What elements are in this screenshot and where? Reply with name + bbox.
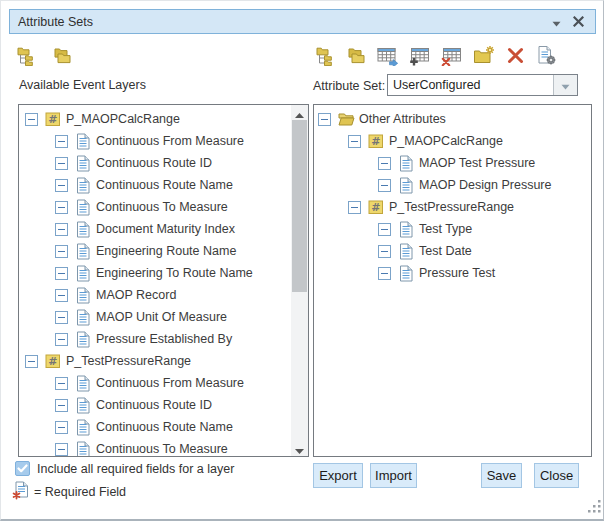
field-icon — [397, 155, 415, 172]
collapse-expander[interactable] — [55, 201, 68, 214]
vertical-scrollbar[interactable] — [291, 105, 308, 456]
collapse-all-layers-button[interactable] — [49, 42, 75, 68]
tree-node[interactable]: MAOP Unit Of Measure — [19, 306, 291, 328]
event-layer-icon: # — [44, 112, 62, 127]
add-table-button[interactable] — [407, 42, 433, 68]
tree-node[interactable]: #P_TestPressureRange — [314, 196, 591, 218]
expand-all-attributes-button[interactable] — [312, 42, 338, 68]
collapse-expander[interactable] — [318, 113, 331, 126]
collapse-expander[interactable] — [55, 377, 68, 390]
tree-node-label: Continuous Route Name — [96, 178, 233, 192]
collapse-expander[interactable] — [55, 267, 68, 280]
tree-node-label: Continuous From Measure — [96, 376, 244, 390]
collapse-expander[interactable] — [348, 201, 361, 214]
tree-node[interactable]: MAOP Record — [19, 284, 291, 306]
tree-node-label: Pressure Established By — [96, 332, 232, 346]
collapse-expander[interactable] — [378, 267, 391, 280]
tree-node[interactable]: Continuous From Measure — [19, 130, 291, 152]
panel-menu-button[interactable] — [547, 13, 565, 31]
chevron-down-icon — [561, 76, 570, 94]
collapse-expander[interactable] — [25, 355, 38, 368]
tree-node-label: Continuous Route ID — [96, 398, 212, 412]
collapse-expander[interactable] — [378, 179, 391, 192]
tree-node[interactable]: Continuous Route Name — [19, 416, 291, 438]
field-icon — [397, 221, 415, 238]
tree-node[interactable]: Pressure Test — [314, 262, 591, 284]
tree-node-label: MAOP Design Pressure — [419, 178, 551, 192]
close-button[interactable] — [569, 13, 587, 31]
tree-node-label: Test Date — [419, 244, 472, 258]
svg-text:#: # — [48, 113, 57, 126]
scroll-down-button[interactable] — [291, 441, 308, 456]
tree-node[interactable]: Engineering To Route Name — [19, 262, 291, 284]
collapse-expander[interactable] — [55, 135, 68, 148]
scrollbar-thumb[interactable] — [292, 120, 307, 292]
required-field-legend: = Required Field — [34, 485, 126, 499]
attribute-set-dropdown-button[interactable] — [553, 75, 577, 95]
expand-all-layers-button[interactable] — [13, 42, 39, 68]
tree-node[interactable]: Continuous To Measure — [19, 438, 291, 456]
collapse-expander[interactable] — [55, 443, 68, 456]
tree-node[interactable]: Continuous From Measure — [19, 372, 291, 394]
collapse-expander[interactable] — [55, 157, 68, 170]
close-dialog-button[interactable]: Close — [534, 463, 579, 488]
collapse-expander[interactable] — [378, 245, 391, 258]
tree-node-label: MAOP Test Pressure — [419, 156, 535, 170]
collapse-expander[interactable] — [348, 135, 361, 148]
collapse-expander[interactable] — [55, 223, 68, 236]
tree-node[interactable]: Test Type — [314, 218, 591, 240]
add-table-icon — [409, 45, 431, 66]
tree-node[interactable]: Document Maturity Index — [19, 218, 291, 240]
check-icon — [17, 462, 28, 476]
scroll-up-button[interactable] — [291, 105, 308, 120]
tree-node[interactable]: Continuous To Measure — [19, 196, 291, 218]
tree-node-label: P_TestPressureRange — [66, 354, 191, 368]
attribute-set-combobox[interactable]: UserConfigured — [387, 74, 578, 96]
tree-node[interactable]: Pressure Established By — [19, 328, 291, 350]
event-layer-icon: # — [44, 354, 62, 369]
tree-node[interactable]: Other Attributes — [314, 108, 591, 130]
tree-node[interactable]: #P_MAOPCalcRange — [314, 130, 591, 152]
tree-node-label: Engineering Route Name — [96, 244, 236, 258]
collapse-expander[interactable] — [25, 113, 38, 126]
tree-node[interactable]: Test Date — [314, 240, 591, 262]
field-icon — [74, 177, 92, 194]
configure-report-icon — [536, 45, 557, 66]
include-required-checkbox[interactable] — [15, 461, 30, 476]
collapse-expander[interactable] — [55, 179, 68, 192]
tree-node[interactable]: Continuous Route Name — [19, 174, 291, 196]
required-field-icon — [12, 481, 29, 503]
collapse-all-attributes-button[interactable] — [344, 42, 370, 68]
tree-node[interactable]: Continuous Route ID — [19, 152, 291, 174]
delete-button[interactable] — [502, 42, 528, 68]
tree-node-label: MAOP Record — [96, 288, 176, 302]
tree-node[interactable]: Engineering Route Name — [19, 240, 291, 262]
configure-report-button[interactable] — [534, 42, 560, 68]
export-table-button[interactable] — [375, 42, 401, 68]
collapse-expander[interactable] — [378, 223, 391, 236]
field-icon — [74, 309, 92, 326]
save-button[interactable]: Save — [481, 463, 522, 488]
export-button[interactable]: Export — [313, 463, 363, 488]
collapse-expander[interactable] — [55, 311, 68, 324]
tree-node[interactable]: #P_MAOPCalcRange — [19, 108, 291, 130]
tree-node[interactable]: MAOP Test Pressure — [314, 152, 591, 174]
tree-node-label: P_MAOPCalcRange — [389, 134, 503, 148]
collapse-expander[interactable] — [378, 157, 391, 170]
tree-node[interactable]: Continuous Route ID — [19, 394, 291, 416]
tree-node-label: Other Attributes — [359, 112, 446, 126]
collapse-expander[interactable] — [55, 333, 68, 346]
collapse-expander[interactable] — [55, 399, 68, 412]
resize-grip[interactable] — [588, 499, 601, 517]
import-button[interactable]: Import — [370, 463, 417, 488]
new-attribute-set-button[interactable] — [471, 42, 497, 68]
collapse-expander[interactable] — [55, 289, 68, 302]
tree-node-label: Continuous Route ID — [96, 156, 212, 170]
tree-node[interactable]: #P_TestPressureRange — [19, 350, 291, 372]
tree-node[interactable]: MAOP Design Pressure — [314, 174, 591, 196]
collapse-expander[interactable] — [55, 245, 68, 258]
tree-node-label: Continuous To Measure — [96, 442, 228, 456]
remove-table-button[interactable] — [439, 42, 465, 68]
collapse-expander[interactable] — [55, 421, 68, 434]
titlebar[interactable]: Attribute Sets — [9, 9, 596, 34]
